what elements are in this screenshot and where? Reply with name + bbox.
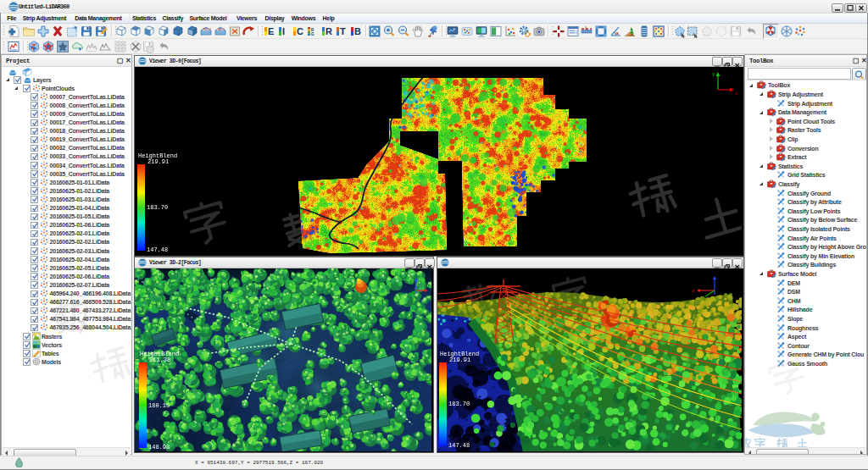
svg-text:G: G <box>311 32 314 36</box>
svg-text:B: B <box>354 26 361 36</box>
svg-text:T: T <box>340 26 346 36</box>
svg-text:BACK: BACK <box>218 28 225 31</box>
svg-text:I: I <box>282 26 285 36</box>
svg-text:a: a <box>615 30 619 35</box>
svg-text:E: E <box>268 26 274 36</box>
svg-text:L: L <box>586 25 588 30</box>
svg-text:Y: Y <box>453 27 455 31</box>
svg-text:FRONT: FRONT <box>203 28 211 31</box>
svg-text:R: R <box>326 26 332 36</box>
svg-text:C: C <box>297 26 303 36</box>
